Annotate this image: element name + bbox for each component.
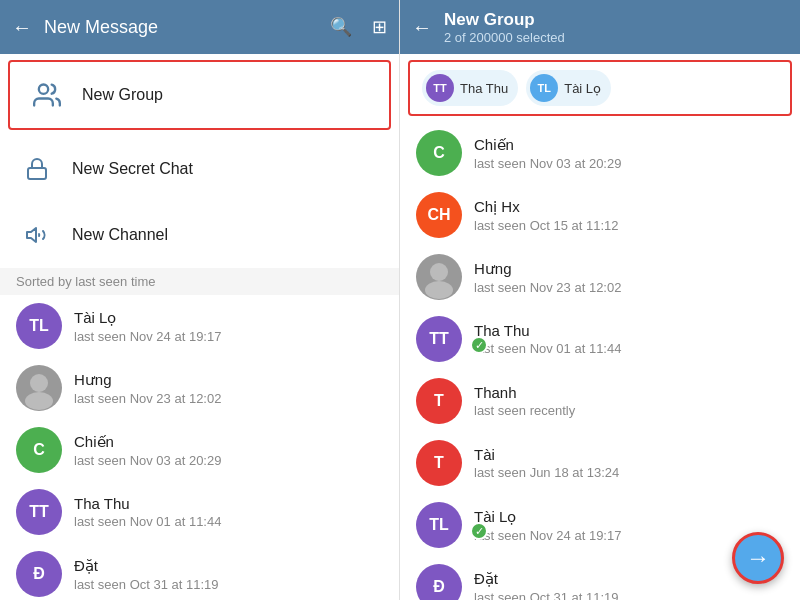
new-channel-label: New Channel [72,226,168,244]
right-contact-item[interactable]: TTàilast seen Jun 18 at 13:24 [400,432,800,494]
left-contact-item[interactable]: TLTài Lọlast seen Nov 24 at 19:17 [0,295,399,357]
svg-point-2 [30,374,48,392]
next-fab-button[interactable]: → [732,532,784,584]
svg-point-0 [39,85,48,94]
svg-point-4 [430,263,448,281]
right-header-text: New Group 2 of 200000 selected [444,10,788,45]
left-contact-list: TLTài Lọlast seen Nov 24 at 19:17Hưnglas… [0,295,399,600]
right-contact-item[interactable]: Hưnglast seen Nov 23 at 12:02 [400,246,800,308]
left-back-icon[interactable]: ← [12,16,32,39]
left-header: ← New Message 🔍 ⊞ [0,0,399,54]
new-secret-chat-label: New Secret Chat [72,160,193,178]
right-back-icon[interactable]: ← [412,16,432,39]
selected-chip[interactable]: TTTha Thu [422,70,518,106]
left-contact-item[interactable]: ĐĐặtlast seen Oct 31 at 11:19 [0,543,399,600]
secret-chat-icon [16,148,58,190]
new-group-label: New Group [82,86,163,104]
selected-chip[interactable]: TLTài Lọ [526,70,611,106]
right-contact-item[interactable]: CHChị Hxlast seen Oct 15 at 11:12 [400,184,800,246]
new-channel-item[interactable]: New Channel [0,202,399,268]
left-contact-item[interactable]: TTTha Thulast seen Nov 01 at 11:44 [0,481,399,543]
right-contact-list: CChiếnlast seen Nov 03 at 20:29CHChị Hxl… [400,122,800,600]
right-subtitle: 2 of 200000 selected [444,30,788,45]
sort-icon[interactable]: ⊞ [372,16,387,38]
right-title: New Group [444,10,788,30]
section-label: Sorted by last seen time [0,268,399,295]
right-panel: ← New Group 2 of 200000 selected TTTha T… [400,0,800,600]
channel-icon [16,214,58,256]
new-secret-chat-item[interactable]: New Secret Chat [0,136,399,202]
right-header: ← New Group 2 of 200000 selected [400,0,800,54]
svg-point-3 [25,392,53,410]
left-contact-item[interactable]: CChiếnlast seen Nov 03 at 20:29 [0,419,399,481]
left-panel: ← New Message 🔍 ⊞ New Group New Secret C… [0,0,400,600]
svg-rect-1 [28,168,46,179]
new-group-item[interactable]: New Group [8,60,391,130]
left-contact-item[interactable]: Hưnglast seen Nov 23 at 12:02 [0,357,399,419]
right-contact-item[interactable]: TThanhlast seen recently [400,370,800,432]
svg-point-5 [425,281,453,299]
search-icon[interactable]: 🔍 [330,16,352,38]
right-contact-item[interactable]: TT✓Tha Thulast seen Nov 01 at 11:44 [400,308,800,370]
new-group-icon [26,74,68,116]
selected-chips-container: TTTha ThuTLTài Lọ [408,60,792,116]
left-title: New Message [44,17,310,38]
right-contact-item[interactable]: CChiếnlast seen Nov 03 at 20:29 [400,122,800,184]
